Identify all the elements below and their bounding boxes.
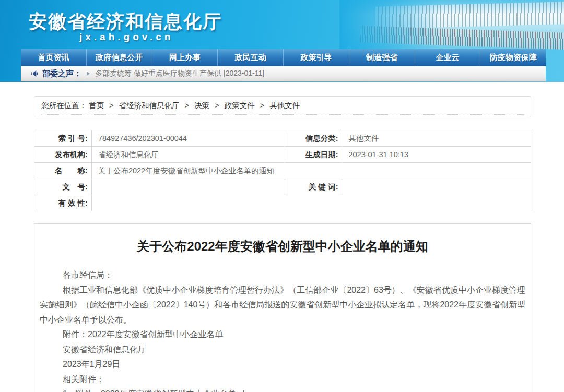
validity-label: 有 效 性: — [34, 195, 92, 211]
breadcrumb-separator: > — [215, 101, 219, 110]
breadcrumb-separator: > — [185, 101, 189, 110]
generation-date-label: 生成日期: — [285, 147, 342, 163]
issuing-agency-label: 发布机构: — [34, 147, 92, 163]
issuing-agency-value: 省经济和信息化厅 — [91, 147, 285, 163]
table-row: 名 称: 关于公布2022年度安徽省创新型中小企业名单的通知 — [34, 163, 531, 179]
doc-name-label: 名 称: — [34, 163, 92, 179]
keywords-label: 关 键 词: — [285, 179, 342, 195]
nav-item-gov-info[interactable]: 政府信息公开 — [86, 49, 152, 66]
right-arrow-icon — [87, 72, 90, 76]
nav-item-epidemic-supplies[interactable]: 防疫物资保障 — [480, 49, 546, 66]
ticker-label: 部委之声： — [42, 69, 81, 79]
keywords-value — [342, 179, 531, 195]
breadcrumb-policy-files[interactable]: 政策文件 — [225, 101, 255, 110]
nav-item-policy-guide[interactable]: 政策引导 — [283, 49, 349, 66]
table-row: 索 引 号: 784927436/202301-00044 信息分类: 其他文件 — [34, 130, 531, 147]
related-attachments-label: 相关附件： — [40, 372, 525, 387]
article-body-paragraph: 根据工业和信息化部《优质中小企业梯度培育管理暂行办法》（工信部企业〔2022〕6… — [40, 283, 525, 328]
article-signer: 安徽省经济和信息化厅 — [40, 342, 525, 358]
main-nav: 首页资讯 政府信息公开 网上办事 政民互动 政策引导 制造强省 企业云 防疫物资… — [21, 49, 546, 66]
table-row: 有 效 性: — [34, 195, 531, 211]
breadcrumb-decision[interactable]: 决策 — [194, 101, 209, 110]
breadcrumb-separator: > — [260, 101, 264, 110]
speaker-icon — [30, 70, 38, 77]
doc-number-label: 文 号: — [34, 179, 92, 195]
breadcrumb-separator: > — [109, 101, 113, 110]
nav-item-enterprise-cloud[interactable]: 企业云 — [415, 49, 480, 66]
breadcrumb-home[interactable]: 首页 — [89, 101, 104, 110]
generation-date-value: 2023-01-31 10:13 — [342, 147, 531, 163]
nav-item-interaction[interactable]: 政民互动 — [217, 49, 283, 66]
site-title: 安徽省经济和信息化厅 — [29, 9, 222, 34]
page-title: 关于公布2022年度安徽省创新型中小企业名单的通知 — [40, 238, 525, 255]
validity-value — [91, 195, 531, 211]
table-row: 发布机构: 省经济和信息化厅 生成日期: 2023-01-31 10:13 — [34, 147, 531, 163]
doc-number-value — [91, 179, 285, 195]
article-box: 关于公布2022年度安徽省创新型中小企业名单的通知 各市经信局： 根据工业和信息… — [34, 223, 531, 392]
breadcrumb-department[interactable]: 省经济和信息化厅 — [119, 101, 180, 110]
article-date: 2023年1月29日 — [40, 357, 525, 372]
site-domain: jx.ah.gov.cn — [79, 31, 173, 43]
breadcrumb-prefix: 您所在位置： — [41, 101, 87, 110]
breadcrumb-box: 您所在位置： 首页 > 省经济和信息化厅 > 决策 > 政策文件 > 其他文件 — [34, 96, 531, 117]
site-header: 安徽省经济和信息化厅 jx.ah.gov.cn 首页资讯 政府信息公开 网上办事… — [0, 0, 564, 82]
index-number-label: 索 引 号: — [34, 130, 92, 147]
doc-name-value: 关于公布2022年度安徽省创新型中小企业名单的通知 — [91, 163, 531, 179]
nav-item-manufacturing[interactable]: 制造强省 — [349, 49, 415, 66]
breadcrumb: 您所在位置： 首页 > 省经济和信息化厅 > 决策 > 政策文件 > 其他文件 — [41, 101, 524, 115]
info-category-label: 信息分类: — [285, 130, 342, 147]
breadcrumb-other-files[interactable]: 其他文件 — [269, 101, 300, 110]
document-meta-table: 索 引 号: 784927436/202301-00044 信息分类: 其他文件… — [34, 130, 531, 211]
nav-item-online-services[interactable]: 网上办事 — [152, 49, 218, 66]
news-ticker: 部委之声： 多部委统筹 做好重点医疗物资生产保供 [2023-01-11] — [21, 66, 546, 81]
article-attachment-line: 附件：2022年度安徽省创新型中小企业名单 — [40, 327, 525, 342]
page-content: 您所在位置： 首页 > 省经济和信息化厅 > 决策 > 政策文件 > 其他文件 … — [34, 96, 531, 392]
attachment-download-link[interactable]: 1、附件：2022年度安徽省创新型中小企业名单.xls — [40, 387, 525, 392]
article-salutation: 各市经信局： — [40, 268, 525, 283]
table-row: 文 号: 关 键 词: — [34, 179, 531, 195]
ticker-news-link[interactable]: 多部委统筹 做好重点医疗物资生产保供 [2023-01-11] — [95, 69, 264, 78]
info-category-value: 其他文件 — [342, 130, 531, 147]
index-number-value: 784927436/202301-00044 — [91, 130, 285, 147]
nav-item-home[interactable]: 首页资讯 — [21, 49, 86, 66]
masthead: 安徽省经济和信息化厅 jx.ah.gov.cn — [0, 0, 564, 49]
